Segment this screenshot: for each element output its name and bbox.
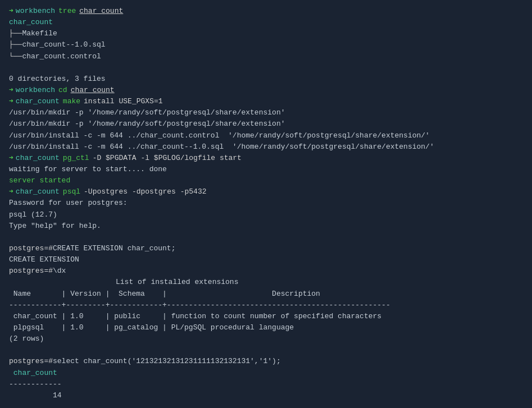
create-ext-cmd: postgres=# CREATE EXTENSION char_count; — [9, 243, 523, 254]
table-sep: ------------+---------+------------+----… — [9, 300, 523, 311]
make-out-4: /usr/bin/install -c -m 644 ../char_count… — [9, 141, 523, 153]
blank-line — [9, 62, 523, 74]
prompt-arrow: ➜ — [9, 85, 13, 96]
prompt-cmd-pgctl: pg_ctl — [63, 153, 89, 164]
waiting-line: waiting for server to start.... done — [9, 164, 523, 175]
create-ext-text: CREATE EXTENSION char_count; — [53, 243, 175, 254]
tree-branch: └── — [9, 51, 22, 62]
line-pgctl: ➜ char_count pg_ctl -D $PGDATA -l $PGLOG… — [9, 153, 523, 164]
table-row-charcount: char_count | 1.0 | public | function to … — [9, 311, 523, 322]
tree-item-sql: ├── char_count--1.0.sql — [9, 39, 523, 51]
dir-summary: 0 directories, 3 files — [9, 74, 523, 85]
dx-cmd: postgres=# \dx — [9, 265, 523, 277]
line-cd: ➜ workbench cd char_count — [9, 85, 523, 96]
table-header: List of installed extensions — [9, 277, 523, 288]
table-sep-text: ------------+---------+------------+----… — [9, 300, 390, 311]
psql-prompt: postgres=# — [9, 356, 53, 367]
col-val-text: 14 — [9, 390, 62, 401]
create-ext-result: CREATE EXTENSION — [9, 254, 523, 265]
rows-count-2: (2 rows) — [9, 333, 523, 345]
table-cols: Name | Version | Schema | Description — [9, 288, 523, 300]
psql-prompt: postgres=# — [9, 265, 53, 277]
table-row-plpgsql: plpgsql | 1.0 | pg_catalog | PL/pgSQL pr… — [9, 322, 523, 333]
terminal: ➜ workbench tree char_count char_count ├… — [9, 6, 523, 408]
prompt-arrow: ➜ — [9, 186, 13, 198]
psql-prompt: postgres=# — [9, 243, 53, 254]
select-1-cmd: postgres=# select char_count('1213213213… — [9, 356, 523, 367]
table-header-text: List of installed extensions — [9, 277, 238, 288]
tree-item-makefile: ├── Makefile — [9, 28, 523, 39]
prompt-dir-pgctl: char_count — [16, 153, 60, 164]
line-1: ➜ workbench tree char_count — [9, 6, 523, 17]
blank-line-2 — [9, 232, 523, 243]
col-val-1: 14 — [9, 390, 523, 401]
make-out-3: /usr/bin/install -c -m 644 ../char_count… — [9, 130, 523, 141]
server-started-text: server started — [9, 175, 70, 186]
line-psql: ➜ char_count psql -Upostgres -dpostgres … — [9, 186, 523, 198]
col-header-text: char_count — [9, 368, 57, 379]
prompt-args-cd: char_count — [71, 85, 115, 96]
col-header-1: char_count — [9, 368, 523, 379]
table-row-text: char_count | 1.0 | public | function to … — [9, 311, 381, 322]
prompt-cmd-cd: cd — [58, 85, 67, 96]
prompt-args-pgctl: -D $PGDATA -l $PGLOG/logfile start — [93, 153, 242, 164]
dir-summary-text: 0 directories, 3 files — [9, 74, 106, 85]
tree-item-label: char_count.control — [22, 51, 101, 62]
col-sep-text: ------------ — [9, 379, 62, 390]
server-started: server started — [9, 175, 523, 186]
prompt-arrow: ➜ — [9, 6, 13, 17]
col-sep-1: ------------ — [9, 379, 523, 390]
dx-text: \dx — [53, 265, 66, 277]
make-out-1: /usr/bin/mkdir -p '/home/randy/soft/post… — [9, 107, 523, 118]
prompt-dir-psql: char_count — [16, 186, 60, 198]
password-line: Password for user postgres: — [9, 198, 523, 209]
psql-help-hint: Type "help" for help. — [9, 221, 523, 232]
prompt-args: char_count — [79, 6, 123, 17]
tree-item-label: Makefile — [22, 28, 57, 39]
tree-root-label: char_count — [9, 17, 53, 28]
tree-root: char_count — [9, 17, 523, 28]
prompt-args-make: install USE_PGXS=1 — [84, 96, 162, 107]
blank-line-3 — [9, 345, 523, 356]
blank-line-4 — [9, 401, 523, 408]
prompt-dir-charcount: char_count — [16, 96, 60, 107]
tree-item-label: char_count--1.0.sql — [22, 39, 105, 51]
prompt-dir: workbench — [16, 6, 55, 17]
prompt-arrow: ➜ — [9, 96, 13, 107]
prompt-cmd: tree — [58, 6, 76, 17]
prompt-cmd-psql: psql — [63, 186, 80, 198]
table-row-text: plpgsql | 1.0 | pg_catalog | PL/pgSQL pr… — [9, 322, 294, 333]
prompt-args-psql: -Upostgres -dpostgres -p5432 — [84, 186, 206, 198]
make-out-2: /usr/bin/mkdir -p '/home/randy/soft/post… — [9, 118, 523, 130]
tree-item-control: └── char_count.control — [9, 51, 523, 62]
prompt-dir: workbench — [16, 85, 55, 96]
select-1-text: select char_count('121321321312311111321… — [53, 356, 281, 367]
tree-branch: ├── — [9, 28, 22, 39]
line-make: ➜ char_count make install USE_PGXS=1 — [9, 96, 523, 107]
psql-version: psql (12.7) — [9, 209, 523, 221]
tree-branch: ├── — [9, 39, 22, 51]
table-cols-text: Name | Version | Schema | Description — [9, 288, 320, 300]
prompt-arrow: ➜ — [9, 153, 13, 164]
prompt-cmd-make: make — [63, 96, 80, 107]
